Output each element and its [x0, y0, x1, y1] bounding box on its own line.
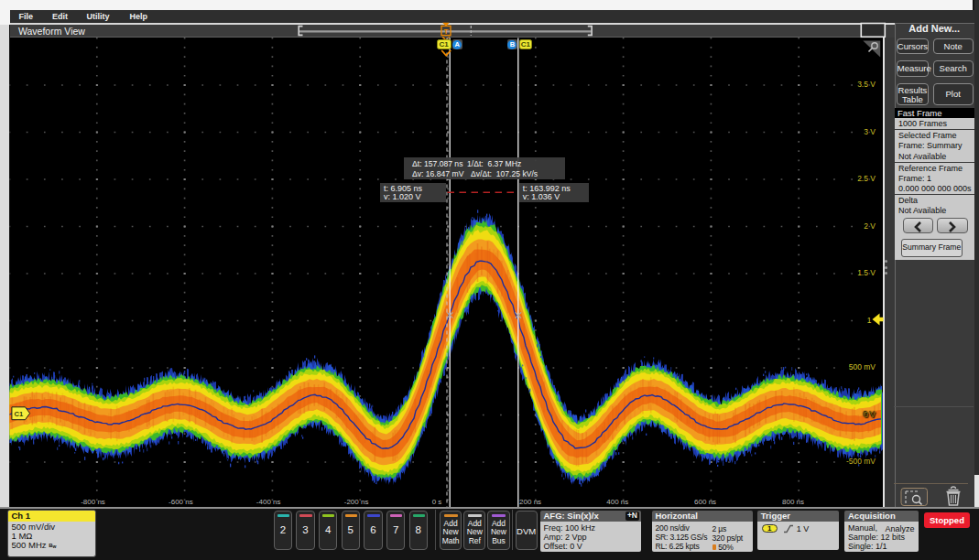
svg-text:C1: C1: [15, 410, 24, 418]
